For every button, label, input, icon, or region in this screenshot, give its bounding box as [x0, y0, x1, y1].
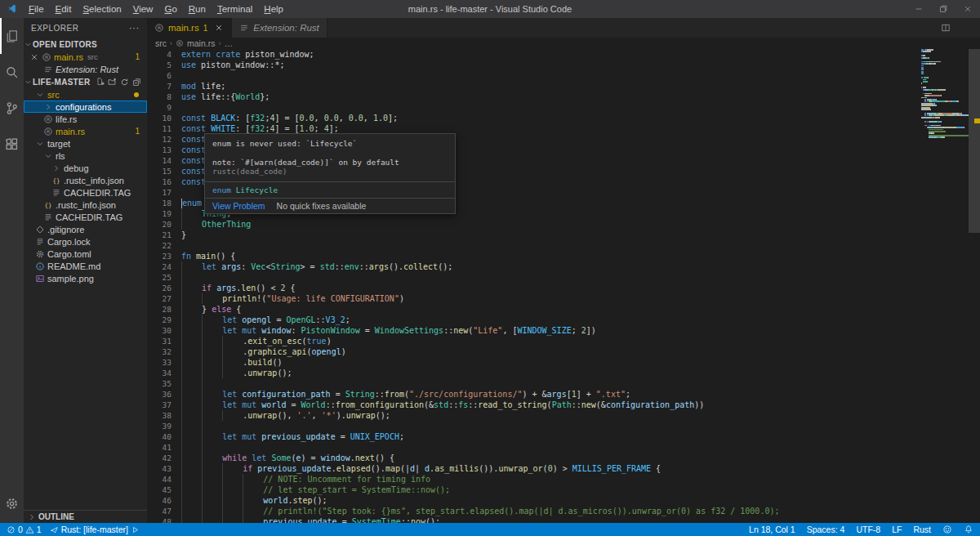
tree-item-readme-md[interactable]: README.md — [24, 260, 147, 272]
code-line-7[interactable]: 7mod life; — [147, 81, 969, 92]
code-line-37[interactable]: 37let mut world = World::from_configurat… — [147, 400, 969, 410]
scrollbar-thumb[interactable] — [969, 49, 980, 233]
code-lines[interactable]: 4extern crate piston_window;5use piston_… — [147, 49, 969, 523]
activitybar-source-control[interactable] — [0, 90, 24, 126]
code-line-6[interactable]: 6 — [147, 70, 969, 81]
code-line-9[interactable]: 9 — [147, 102, 969, 113]
tree-item-main-rs[interactable]: Rmain.rs1 — [24, 125, 147, 137]
code-line-5[interactable]: 5use piston_window::*; — [147, 60, 969, 70]
restore-button[interactable] — [931, 0, 956, 18]
tab-main-rs[interactable]: R main.rs 1 — [147, 18, 232, 38]
open-editor-item[interactable]: Extension: Rust — [24, 63, 147, 75]
tree-item--rustc-info-json[interactable]: {}.rustc_info.json — [24, 174, 147, 186]
tree-item-target[interactable]: target — [24, 137, 147, 150]
open-editors-header[interactable]: OPEN EDITORS — [24, 38, 147, 51]
close-tab-icon[interactable] — [214, 23, 224, 33]
tree-item--gitignore[interactable]: .gitignore — [24, 223, 147, 235]
tree-item-cachedir-tag[interactable]: CACHEDIR.TAG — [24, 211, 147, 223]
code-line-39[interactable]: 39 — [147, 421, 969, 431]
refresh-icon[interactable] — [120, 78, 129, 87]
tree-item-src[interactable]: src — [24, 88, 147, 100]
code-line-30[interactable]: 30let mut window: PistonWindow = WindowS… — [147, 325, 969, 336]
code-line-35[interactable]: 35 — [147, 378, 969, 389]
sidebar-more-actions[interactable]: ··· — [129, 24, 147, 33]
eol-indicator[interactable]: LF — [892, 525, 902, 534]
code-line-28[interactable]: 28} else { — [147, 304, 969, 315]
problems-indicator[interactable]: 0 1 — [7, 525, 42, 534]
scrollbar[interactable] — [969, 49, 980, 523]
tree-item-sample-png[interactable]: sample.png — [24, 272, 147, 284]
activitybar-manage[interactable] — [0, 485, 24, 521]
encoding-indicator[interactable]: UTF-8 — [856, 525, 880, 534]
outline-section-header[interactable]: OUTLINE — [24, 510, 147, 523]
code-line-38[interactable]: 38.unwrap(), '.', '*').unwrap(); — [147, 410, 969, 421]
tree-item-cachedir-tag[interactable]: CACHEDIR.TAG — [24, 186, 147, 199]
code-line-27[interactable]: 27println!("Usage: life CONFIGURATION") — [147, 293, 969, 304]
language-mode[interactable]: Rust — [913, 525, 931, 534]
code-line-33[interactable]: 33.build() — [147, 357, 969, 368]
menu-help[interactable]: Help — [258, 0, 289, 18]
breadcrumb[interactable]: src › R main.rs › … — [147, 38, 980, 49]
menu-go[interactable]: Go — [158, 0, 182, 18]
tree-item-cargo-lock[interactable]: Cargo.lock — [24, 235, 147, 248]
tree-item-rls[interactable]: rls — [24, 150, 147, 162]
tree-item--rustc-info-json[interactable]: {}.rustc_info.json — [24, 199, 147, 211]
breadcrumb-main-rs[interactable]: main.rs — [187, 38, 215, 48]
code-line-20[interactable]: 20OtherThing — [147, 219, 969, 230]
code-line-4[interactable]: 4extern crate piston_window; — [147, 49, 969, 60]
code-line-31[interactable]: 31.exit_on_esc(true) — [147, 336, 969, 346]
collapse-all-icon[interactable] — [132, 78, 141, 87]
activitybar-search[interactable] — [0, 54, 24, 90]
code-line-8[interactable]: 8use life::{World}; — [147, 92, 969, 102]
view-problem-link[interactable]: View Problem — [212, 201, 265, 211]
code-line-48[interactable]: 48previous_update = SystemTime::now(); — [147, 516, 969, 523]
split-editor-icon[interactable] — [941, 23, 951, 33]
breadcrumb-symbol[interactable]: … — [224, 38, 233, 48]
code-line-26[interactable]: 26if args.len() < 2 { — [147, 283, 969, 293]
code-line-25[interactable]: 25 — [147, 272, 969, 283]
menu-selection[interactable]: Selection — [77, 0, 127, 18]
code-line-46[interactable]: 46world.step(); — [147, 495, 969, 506]
code-line-22[interactable]: 22 — [147, 240, 969, 251]
code-line-44[interactable]: 44// NOTE: Uncomment for timing info — [147, 474, 969, 485]
code-line-29[interactable]: 29let opengl = OpenGL::V3_2; — [147, 315, 969, 325]
minimap[interactable] — [921, 49, 969, 523]
notifications-icon[interactable] — [964, 525, 973, 534]
menu-run[interactable]: Run — [183, 0, 212, 18]
code-line-34[interactable]: 34.unwrap(); — [147, 368, 969, 378]
code-line-32[interactable]: 32.graphics_api(opengl) — [147, 346, 969, 357]
code-line-10[interactable]: 10const BLACK: [f32;4] = [0.0, 0.0, 0.0,… — [147, 113, 969, 123]
feedback-icon[interactable] — [942, 525, 952, 534]
code-line-43[interactable]: 43if previous_update.elapsed().map(|d| d… — [147, 463, 969, 474]
tree-item-cargo-toml[interactable]: Cargo.toml — [24, 248, 147, 260]
folder-section-header[interactable]: LIFE-MASTER — [24, 75, 147, 88]
rust-status[interactable]: Rust: [life-master] — [50, 525, 140, 534]
code-line-24[interactable]: 24let args: Vec<String> = std::env::args… — [147, 261, 969, 272]
menu-file[interactable]: File — [23, 0, 50, 18]
activitybar-explorer[interactable] — [0, 18, 24, 54]
tree-item-debug[interactable]: debug — [24, 162, 147, 174]
close-editor-icon[interactable] — [24, 52, 39, 62]
breadcrumb-src[interactable]: src — [155, 38, 167, 48]
open-editor-item[interactable]: Rmain.rssrc1 — [24, 51, 147, 63]
new-file-icon[interactable] — [96, 78, 105, 87]
cursor-position[interactable]: Ln 18, Col 1 — [749, 525, 795, 534]
tab-extension-rust[interactable]: Extension: Rust — [232, 18, 327, 38]
code-line-42[interactable]: 42while let Some(e) = window.next() { — [147, 453, 969, 463]
code-line-45[interactable]: 45// let step_start = SystemTime::now(); — [147, 485, 969, 495]
menu-view[interactable]: View — [127, 0, 159, 18]
new-folder-icon[interactable] — [108, 78, 117, 87]
indentation-indicator[interactable]: Spaces: 4 — [807, 525, 845, 534]
menu-edit[interactable]: Edit — [50, 0, 78, 18]
more-actions-icon[interactable] — [960, 23, 970, 33]
code-line-41[interactable]: 41 — [147, 442, 969, 453]
minimize-button[interactable] — [906, 0, 931, 18]
activitybar-extensions[interactable] — [0, 126, 24, 162]
code-line-36[interactable]: 36let configuration_path = String::from(… — [147, 389, 969, 400]
code-line-23[interactable]: 23fn main() { — [147, 251, 969, 261]
tree-item-configurations[interactable]: configurations — [24, 100, 147, 113]
menu-terminal[interactable]: Terminal — [212, 0, 258, 18]
tree-item-life-rs[interactable]: Rlife.rs — [24, 113, 147, 125]
code-line-21[interactable]: 21} — [147, 230, 969, 240]
code-line-47[interactable]: 47// println!("Step took: {}ms", step_st… — [147, 506, 969, 516]
